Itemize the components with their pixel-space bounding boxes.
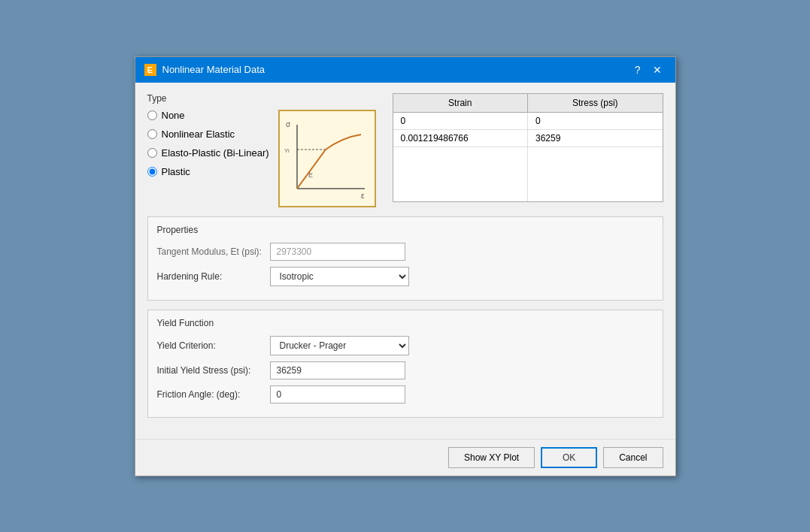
radio-plastic-input[interactable] <box>147 167 157 177</box>
initial-yield-stress-label: Initial Yield Stress (psi): <box>157 365 262 376</box>
svg-text:σ: σ <box>286 120 291 128</box>
app-icon: E <box>144 64 156 76</box>
tangent-modulus-row: Tangent Modulus, Et (psi): <box>157 243 654 261</box>
radio-plastic[interactable]: Plastic <box>147 166 269 177</box>
friction-angle-input[interactable] <box>270 385 405 404</box>
stress-cell-3 <box>528 165 663 183</box>
title-bar-left: E Nonlinear Material Data <box>144 64 265 76</box>
svg-text:Yi: Yi <box>284 147 290 154</box>
title-bar-controls: ? ✕ <box>630 63 666 77</box>
strain-stress-table-section: Strain Stress (psi) 0 0 0.001219486766 3… <box>393 93 663 207</box>
yield-function-section: Yield Function Yield Criterion: Drucker … <box>147 310 663 418</box>
dialog-footer: Show XY Plot OK Cancel <box>135 439 675 476</box>
dialog-title: Nonlinear Material Data <box>162 64 265 75</box>
radio-none[interactable]: None <box>147 110 269 121</box>
strain-cell-4 <box>393 183 529 201</box>
radio-elasto-plastic-label: Elasto-Plastic (Bi-Linear) <box>162 147 269 159</box>
radio-nonlinear-elastic[interactable]: Nonlinear Elastic <box>147 128 269 140</box>
radio-nonlinear-elastic-input[interactable] <box>147 129 157 139</box>
show-xy-plot-button[interactable]: Show XY Plot <box>448 447 535 468</box>
friction-angle-label: Friction Angle: (deg): <box>157 389 262 400</box>
close-button[interactable]: ✕ <box>648 63 666 77</box>
strain-cell-3 <box>393 165 529 183</box>
table-header: Strain Stress (psi) <box>393 94 663 113</box>
table-row[interactable]: 0 0 <box>393 113 663 130</box>
radio-elasto-plastic-input[interactable] <box>147 148 157 158</box>
chart-svg: σ ε E Yi <box>282 113 372 204</box>
table-row-empty-4[interactable] <box>393 183 663 201</box>
friction-angle-row: Friction Angle: (deg): <box>157 385 654 404</box>
table-row-empty-2[interactable] <box>393 147 663 165</box>
dialog-body: Type None Nonlinear Elastic <box>135 83 675 439</box>
ok-button[interactable]: OK <box>541 447 597 468</box>
properties-section: Properties Tangent Modulus, Et (psi): Ha… <box>147 216 663 301</box>
hardening-rule-label: Hardening Rule: <box>157 271 262 282</box>
radio-plastic-label: Plastic <box>162 166 190 177</box>
strain-header: Strain <box>393 94 529 112</box>
strain-stress-table: Strain Stress (psi) 0 0 0.001219486766 3… <box>393 93 663 202</box>
radio-group: None Nonlinear Elastic Elasto-Plastic (B… <box>147 110 269 177</box>
stress-strain-chart: σ ε E Yi <box>278 110 376 207</box>
radio-none-label: None <box>162 110 185 121</box>
initial-yield-stress-input[interactable] <box>270 361 405 379</box>
yield-criterion-select[interactable]: Drucker - Prager Von Mises Tresca <box>270 336 409 355</box>
stress-cell-1: 36259 <box>528 130 663 147</box>
tangent-modulus-input[interactable] <box>270 243 405 261</box>
initial-yield-stress-row: Initial Yield Stress (psi): <box>157 361 654 379</box>
yield-criterion-row: Yield Criterion: Drucker - Prager Von Mi… <box>157 336 654 355</box>
hardening-rule-row: Hardening Rule: Isotropic Kinematic Comb… <box>157 267 654 286</box>
radio-nonlinear-elastic-label: Nonlinear Elastic <box>162 128 235 140</box>
hardening-rule-select[interactable]: Isotropic Kinematic Combined <box>270 267 409 286</box>
table-row-empty-3[interactable] <box>393 165 663 183</box>
stress-header: Stress (psi) <box>528 94 663 112</box>
stress-cell-4 <box>528 183 663 201</box>
cancel-button[interactable]: Cancel <box>603 447 663 468</box>
strain-cell-2 <box>393 147 529 165</box>
table-row[interactable]: 0.001219486766 36259 <box>393 130 663 147</box>
strain-cell-1: 0.001219486766 <box>393 130 529 147</box>
yield-function-title: Yield Function <box>157 318 654 328</box>
yield-criterion-label: Yield Criterion: <box>157 340 262 351</box>
radio-none-input[interactable] <box>147 110 157 120</box>
svg-text:ε: ε <box>361 192 365 200</box>
dialog-nonlinear-material: E Nonlinear Material Data ? ✕ Type None <box>135 56 676 476</box>
type-label: Type <box>147 93 381 104</box>
tangent-modulus-label: Tangent Modulus, Et (psi): <box>157 246 262 257</box>
type-chart-section: Type None Nonlinear Elastic <box>147 93 381 207</box>
stress-cell-0: 0 <box>528 113 663 129</box>
strain-cell-0: 0 <box>393 113 529 129</box>
radio-elasto-plastic[interactable]: Elasto-Plastic (Bi-Linear) <box>147 147 269 159</box>
properties-title: Properties <box>157 225 654 235</box>
help-button[interactable]: ? <box>630 63 645 77</box>
title-bar: E Nonlinear Material Data ? ✕ <box>135 57 675 83</box>
stress-cell-2 <box>528 147 663 165</box>
